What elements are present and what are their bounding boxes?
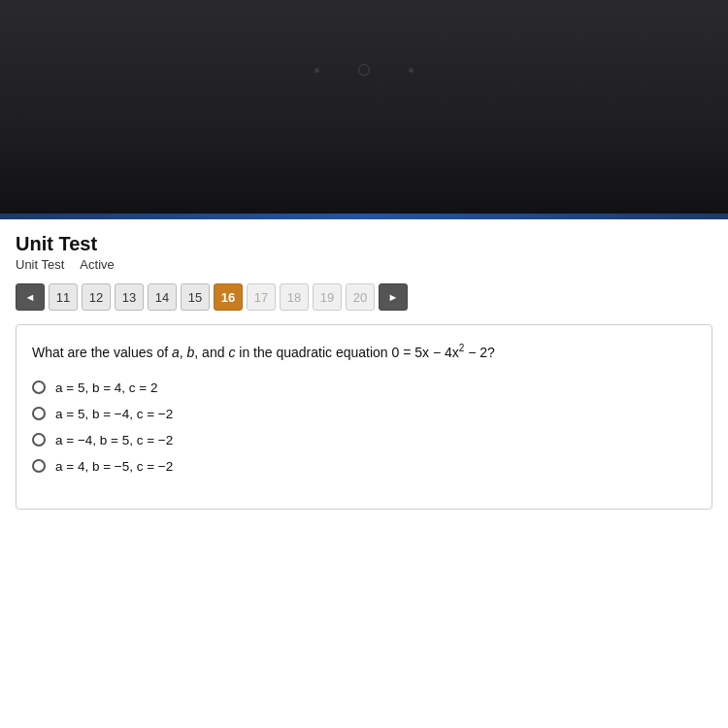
answer-text-a: a = 5, b = 4, c = 2: [55, 381, 157, 395]
question-text: What are the values of a, b, and c in th…: [32, 341, 696, 363]
radio-d: [32, 459, 46, 473]
answer-text-d: a = 4, b = −5, c = −2: [55, 459, 173, 474]
radio-a: [32, 381, 46, 394]
page-btn-14[interactable]: 14: [148, 283, 177, 311]
page-btn-15[interactable]: 15: [181, 283, 210, 311]
radio-b: [32, 407, 46, 420]
pagination: ◄ 11121314151617181920►: [16, 283, 712, 311]
page-btn-19[interactable]: 19: [313, 283, 342, 311]
camera-dot: [358, 64, 370, 76]
dot-left: [314, 68, 319, 73]
content-area: Unit Test Unit Test Active ◄ 11121314151…: [0, 219, 728, 728]
page-btn-13[interactable]: 13: [115, 283, 144, 311]
answer-option-b[interactable]: a = 5, b = −4, c = −2: [32, 407, 696, 421]
next-button[interactable]: ►: [379, 283, 408, 311]
laptop-bezel: [0, 0, 728, 214]
page-btn-11[interactable]: 11: [49, 283, 78, 311]
answer-option-a[interactable]: a = 5, b = 4, c = 2: [32, 381, 696, 395]
page-btn-18[interactable]: 18: [280, 283, 309, 311]
dot-right: [409, 68, 414, 73]
question-card: What are the values of a, b, and c in th…: [16, 324, 712, 510]
page-title: Unit Test: [16, 233, 712, 255]
prev-button[interactable]: ◄: [16, 283, 45, 311]
answer-text-b: a = 5, b = −4, c = −2: [55, 407, 173, 421]
answer-option-c[interactable]: a = −4, b = 5, c = −2: [32, 433, 696, 447]
camera-dots: [314, 64, 414, 76]
subtitle-label: Unit Test: [16, 257, 64, 272]
subtitle-row: Unit Test Active: [16, 257, 712, 272]
subtitle-status: Active: [80, 257, 114, 272]
page-btn-16[interactable]: 16: [214, 283, 243, 311]
page-btn-12[interactable]: 12: [82, 283, 111, 311]
radio-c: [32, 433, 46, 447]
answer-option-d[interactable]: a = 4, b = −5, c = −2: [32, 459, 696, 474]
options-container: a = 5, b = 4, c = 2a = 5, b = −4, c = −2…: [32, 381, 696, 474]
page-btn-17[interactable]: 17: [247, 283, 276, 311]
page-btn-20[interactable]: 20: [346, 283, 375, 311]
answer-text-c: a = −4, b = 5, c = −2: [55, 433, 173, 447]
